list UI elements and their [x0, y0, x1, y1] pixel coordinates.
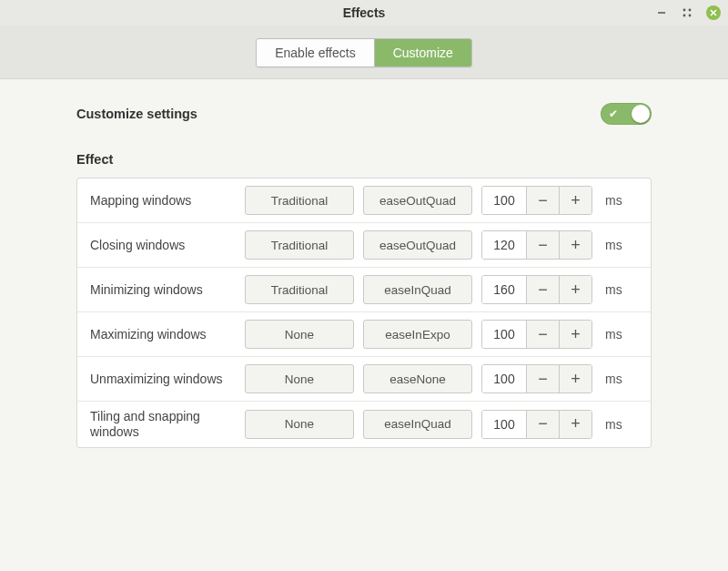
window-title: Effects: [0, 5, 728, 20]
window-controls: [655, 0, 721, 25]
effect-section-heading: Effect: [76, 152, 652, 167]
svg-point-4: [689, 15, 692, 17]
duration-spinner: − +: [481, 230, 592, 260]
decrement-button[interactable]: −: [526, 411, 559, 438]
customize-settings-label: Customize settings: [76, 107, 197, 121]
style-combo[interactable]: None: [245, 410, 354, 439]
duration-unit: ms: [605, 417, 622, 432]
easing-combo[interactable]: easeInQuad: [363, 410, 472, 439]
duration-unit: ms: [605, 282, 622, 297]
duration-unit: ms: [605, 327, 622, 342]
effect-name: Tiling and snapping windows: [90, 409, 236, 440]
effects-window: Effects Enable effects Customize: [0, 0, 728, 571]
effect-row: Maximizing windows None easeInExpo − + m…: [77, 311, 651, 356]
decrement-button[interactable]: −: [526, 365, 559, 393]
style-combo[interactable]: None: [245, 364, 354, 393]
increment-button[interactable]: +: [559, 321, 592, 348]
increment-button[interactable]: +: [559, 231, 592, 259]
easing-combo[interactable]: easeNone: [363, 364, 472, 393]
switch-knob: [632, 105, 650, 123]
duration-input[interactable]: [482, 411, 526, 438]
duration-unit: ms: [605, 238, 622, 252]
effects-table: Mapping windows Traditional easeOutQuad …: [76, 178, 652, 448]
duration-spinner: − +: [481, 410, 592, 439]
effect-row: Mapping windows Traditional easeOutQuad …: [77, 178, 651, 222]
close-button[interactable]: [706, 5, 721, 20]
duration-input[interactable]: [482, 365, 526, 393]
decrement-button[interactable]: −: [526, 231, 559, 259]
increment-button[interactable]: +: [559, 411, 592, 438]
effect-name: Unmaximizing windows: [90, 372, 236, 387]
easing-combo[interactable]: easeInExpo: [363, 320, 472, 349]
effect-name: Minimizing windows: [90, 282, 236, 298]
tab-customize[interactable]: Customize: [374, 39, 471, 66]
increment-button[interactable]: +: [559, 187, 592, 214]
effect-row: Tiling and snapping windows None easeInQ…: [77, 401, 651, 447]
duration-input[interactable]: [482, 321, 526, 348]
svg-point-1: [683, 9, 686, 12]
decrement-button[interactable]: −: [526, 187, 559, 214]
effect-row: Closing windows Traditional easeOutQuad …: [77, 222, 651, 267]
style-combo[interactable]: Traditional: [245, 230, 354, 260]
check-icon: ✔: [609, 107, 618, 121]
duration-unit: ms: [605, 372, 622, 386]
duration-input[interactable]: [482, 276, 526, 303]
toolbar: Enable effects Customize: [0, 25, 728, 79]
easing-combo[interactable]: easeOutQuad: [363, 230, 472, 260]
titlebar: Effects: [0, 0, 728, 25]
maximize-button[interactable]: [681, 6, 693, 19]
effect-name: Mapping windows: [90, 193, 236, 209]
increment-button[interactable]: +: [559, 365, 592, 393]
minimize-icon: [656, 7, 667, 18]
effect-name: Maximizing windows: [90, 327, 236, 342]
customize-settings-switch[interactable]: ✔: [601, 103, 652, 125]
easing-combo[interactable]: easeOutQuad: [363, 186, 472, 215]
style-combo[interactable]: Traditional: [245, 275, 354, 304]
tab-switcher: Enable effects Customize: [256, 38, 472, 67]
svg-point-2: [689, 9, 692, 12]
duration-spinner: − +: [481, 275, 592, 304]
minimize-button[interactable]: [655, 6, 668, 19]
effect-name: Closing windows: [90, 238, 236, 253]
duration-input[interactable]: [482, 187, 526, 214]
decrement-button[interactable]: −: [526, 321, 559, 348]
duration-input[interactable]: [482, 231, 526, 259]
customize-settings-row: Customize settings ✔: [76, 103, 652, 125]
duration-unit: ms: [605, 193, 622, 208]
effect-row: Minimizing windows Traditional easeInQua…: [77, 267, 651, 311]
duration-spinner: − +: [481, 364, 592, 393]
duration-spinner: − +: [481, 320, 592, 349]
duration-spinner: − +: [481, 186, 592, 215]
style-combo[interactable]: Traditional: [245, 186, 354, 215]
easing-combo[interactable]: easeInQuad: [363, 275, 472, 304]
svg-point-3: [683, 15, 686, 17]
style-combo[interactable]: None: [245, 320, 354, 349]
maximize-icon: [682, 8, 692, 17]
tab-enable-effects[interactable]: Enable effects: [257, 39, 373, 66]
decrement-button[interactable]: −: [526, 276, 559, 303]
content-area: Customize settings ✔ Effect Mapping wind…: [0, 79, 728, 571]
increment-button[interactable]: +: [559, 276, 592, 303]
close-icon: [709, 8, 718, 17]
effect-row: Unmaximizing windows None easeNone − + m…: [77, 356, 651, 401]
